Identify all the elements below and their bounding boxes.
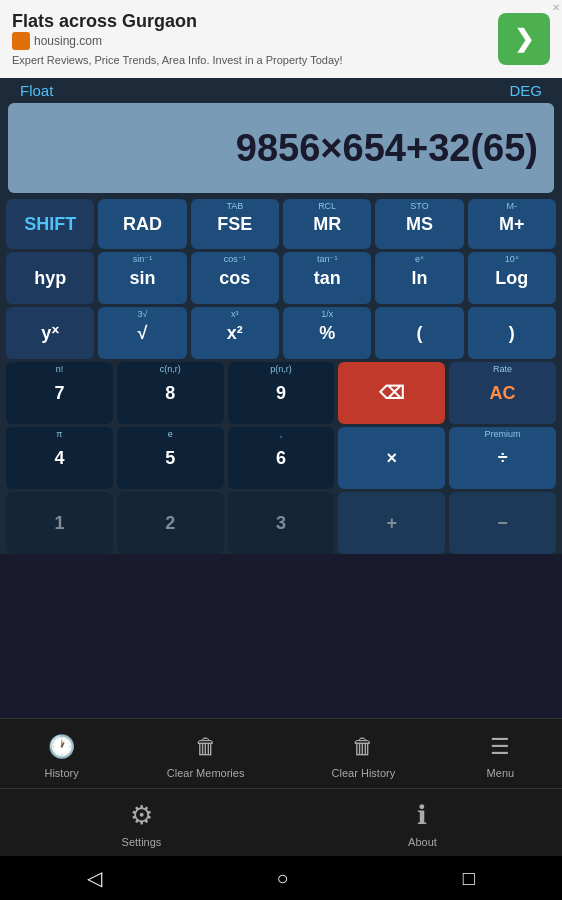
row-power: yˣ 3√ √ x³ x² 1/x % ( ) — [4, 307, 558, 359]
ln-button[interactable]: eˣ ln — [375, 252, 463, 304]
settings-about-row: ⚙ Settings ℹ About — [0, 788, 562, 856]
9-button[interactable]: p(n,r) 9 — [228, 362, 335, 424]
yx-button[interactable]: yˣ — [6, 307, 94, 359]
clear-memories-label: Clear Memories — [167, 767, 245, 779]
ad-arrow-button[interactable]: ❯ — [498, 13, 550, 65]
ac-label: AC — [490, 383, 516, 404]
plus-button[interactable]: + — [338, 492, 445, 554]
menu-label: Menu — [487, 767, 515, 779]
clear-memories-item[interactable]: 🗑 Clear Memories — [167, 729, 245, 779]
ad-logo-icon — [12, 32, 30, 50]
button-area: SHIFT RAD TAB FSE RCL MR STO MS M- M+ — [0, 193, 562, 554]
multiply-button[interactable]: × — [338, 427, 445, 489]
mplus-button[interactable]: M- M+ — [468, 199, 556, 249]
7-label: 7 — [54, 383, 64, 404]
5-button[interactable]: e 5 — [117, 427, 224, 489]
about-item[interactable]: ℹ About — [404, 798, 440, 848]
3-button[interactable]: 3 — [228, 492, 335, 554]
7-sub: n! — [56, 364, 64, 374]
row-trig: hyp sin⁻¹ sin cos⁻¹ cos tan⁻¹ tan eˣ ln … — [4, 252, 558, 304]
divide-button[interactable]: Premium ÷ — [449, 427, 556, 489]
home-button[interactable]: ○ — [276, 867, 288, 890]
mr-sub: RCL — [318, 201, 336, 211]
ad-close-button[interactable]: ✕ — [552, 2, 560, 13]
ad-title: Flats across Gurgaon — [12, 11, 498, 32]
fse-button[interactable]: TAB FSE — [191, 199, 279, 249]
5-sub: e — [168, 429, 173, 439]
mplus-sub: M- — [507, 201, 518, 211]
9-label: 9 — [276, 383, 286, 404]
cos-sub: cos⁻¹ — [224, 254, 246, 264]
about-label: About — [408, 836, 437, 848]
deg-mode[interactable]: DEG — [509, 82, 542, 99]
open-paren-button[interactable]: ( — [375, 307, 463, 359]
open-paren-label: ( — [416, 323, 422, 344]
8-label: 8 — [165, 383, 175, 404]
2-label: 2 — [165, 513, 175, 534]
x2-button[interactable]: x³ x² — [191, 307, 279, 359]
4-button[interactable]: π 4 — [6, 427, 113, 489]
row-456: π 4 e 5 , 6 × Premium ÷ — [4, 427, 558, 489]
sin-sub: sin⁻¹ — [133, 254, 153, 264]
sqrt-label: √ — [138, 323, 148, 344]
7-button[interactable]: n! 7 — [6, 362, 113, 424]
settings-item[interactable]: ⚙ Settings — [122, 798, 162, 848]
clear-history-icon-wrap: 🗑 — [345, 729, 381, 765]
menu-icon: ☰ — [490, 734, 510, 760]
about-icon-wrap: ℹ — [404, 798, 440, 834]
history-item[interactable]: 🕐 History — [44, 729, 80, 779]
history-icon: 🕐 — [48, 734, 75, 760]
sin-button[interactable]: sin⁻¹ sin — [98, 252, 186, 304]
log-button[interactable]: 10ˣ Log — [468, 252, 556, 304]
back-button[interactable]: ◁ — [87, 866, 102, 890]
cos-button[interactable]: cos⁻¹ cos — [191, 252, 279, 304]
tan-button[interactable]: tan⁻¹ tan — [283, 252, 371, 304]
minus-label: − — [497, 513, 508, 534]
ad-banner: Flats across Gurgaon housing.com Expert … — [0, 0, 562, 78]
rad-button[interactable]: RAD — [98, 199, 186, 249]
clear-history-icon: 🗑 — [352, 734, 374, 760]
yx-label: yˣ — [41, 322, 59, 344]
ln-sub: eˣ — [415, 254, 424, 264]
sqrt-button[interactable]: 3√ √ — [98, 307, 186, 359]
tan-sub: tan⁻¹ — [317, 254, 338, 264]
menu-item[interactable]: ☰ Menu — [482, 729, 518, 779]
x2-sub: x³ — [231, 309, 239, 319]
ms-button[interactable]: STO MS — [375, 199, 463, 249]
row-789: n! 7 c(n,r) 8 p(n,r) 9 ⌫ Rate AC — [4, 362, 558, 424]
6-button[interactable]: , 6 — [228, 427, 335, 489]
percent-sub: 1/x — [321, 309, 333, 319]
display-expression: 9856×654+32(65) — [236, 127, 538, 170]
cos-label: cos — [219, 268, 250, 289]
shift-button[interactable]: SHIFT — [6, 199, 94, 249]
ad-arrow-icon: ❯ — [514, 25, 534, 53]
backspace-button[interactable]: ⌫ — [338, 362, 445, 424]
close-paren-button[interactable]: ) — [468, 307, 556, 359]
hyp-label: hyp — [34, 268, 66, 289]
4-sub: π — [56, 429, 62, 439]
sin-label: sin — [129, 268, 155, 289]
clear-history-item[interactable]: 🗑 Clear History — [332, 729, 396, 779]
android-nav-bar: ◁ ○ □ — [0, 856, 562, 900]
8-button[interactable]: c(n,r) 8 — [117, 362, 224, 424]
percent-button[interactable]: 1/x % — [283, 307, 371, 359]
mr-button[interactable]: RCL MR — [283, 199, 371, 249]
recent-button[interactable]: □ — [463, 867, 475, 890]
log-sub: 10ˣ — [505, 254, 519, 264]
ms-sub: STO — [410, 201, 428, 211]
minus-button[interactable]: − — [449, 492, 556, 554]
hyp-button[interactable]: hyp — [6, 252, 94, 304]
float-mode[interactable]: Float — [20, 82, 53, 99]
6-label: 6 — [276, 448, 286, 469]
2-button[interactable]: 2 — [117, 492, 224, 554]
9-sub: p(n,r) — [270, 364, 292, 374]
ac-button[interactable]: Rate AC — [449, 362, 556, 424]
row-shift: SHIFT RAD TAB FSE RCL MR STO MS M- M+ — [4, 199, 558, 249]
1-label: 1 — [54, 513, 64, 534]
close-paren-label: ) — [509, 323, 515, 344]
settings-label: Settings — [122, 836, 162, 848]
bottom-nav: 🕐 History 🗑 Clear Memories 🗑 Clear Histo… — [0, 718, 562, 900]
1-button[interactable]: 1 — [6, 492, 113, 554]
ad-content: Flats across Gurgaon housing.com Expert … — [12, 11, 498, 68]
mode-row: Float DEG — [0, 78, 562, 103]
